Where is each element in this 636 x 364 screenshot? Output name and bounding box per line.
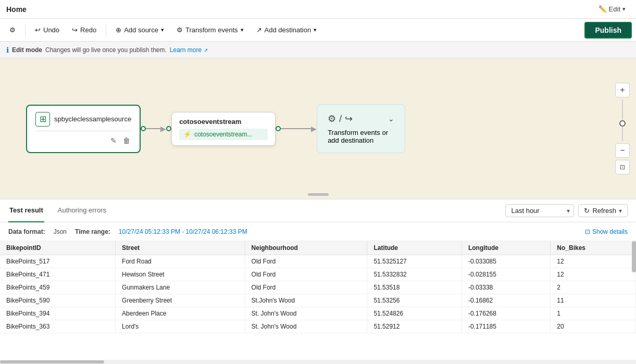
col-street: Street: [116, 241, 245, 255]
table-cell: 51.524826: [367, 307, 462, 320]
data-table-wrapper[interactable]: BikepointID Street Neighbourhood Latitud…: [0, 241, 636, 360]
delete-node-button[interactable]: 🗑: [122, 135, 131, 146]
stream-node[interactable]: cotosoeventstream ⚡ cotosoeventstream...: [171, 112, 276, 146]
stream-item-label: cotosoeventstream...: [194, 131, 252, 138]
table-cell: BikePoints_471: [0, 268, 116, 281]
toolbar-divider-1: [25, 24, 26, 36]
publish-button[interactable]: Publish: [584, 22, 632, 39]
edit-icon: ✏️: [598, 5, 607, 13]
undo-icon: ↩: [35, 26, 41, 34]
table-cell: Gunmakers Lane: [116, 281, 245, 294]
stream-item-icon: ⚡: [183, 131, 191, 138]
table-cell: BikePoints_590: [0, 294, 116, 307]
table-cell: 2: [551, 281, 636, 294]
zoom-out-button[interactable]: −: [615, 143, 630, 158]
transform-node-icons: ⚙ / ↪: [328, 113, 353, 124]
connector-line-1: [146, 128, 161, 129]
toolbar-divider-2: [106, 24, 106, 36]
table-row: BikePoints_394Aberdeen PlaceSt. John's W…: [0, 307, 636, 320]
tab-authoring-errors[interactable]: Authoring errors: [57, 199, 107, 222]
edit-chevron-icon: ▾: [622, 6, 626, 12]
add-dest-chevron-icon: ▾: [314, 27, 317, 33]
time-select-wrapper: Last 15 minutes Last 30 minutes Last hou…: [505, 204, 574, 217]
table-cell: 12: [551, 255, 636, 268]
horizontal-scrollbar[interactable]: [0, 360, 636, 364]
table-cell: 51.53256: [367, 294, 462, 307]
table-cell: Old Ford: [245, 281, 367, 294]
add-destination-button[interactable]: ↗ Add destination ▾: [251, 24, 322, 36]
transform-node-chevron[interactable]: ⌄: [388, 115, 394, 123]
table-row: BikePoints_590Greenberry StreetSt.John's…: [0, 294, 636, 307]
table-cell: -0.03338: [462, 281, 550, 294]
input-connector-dot: [166, 126, 171, 131]
transform-events-button[interactable]: ⚙ Transform events ▾: [171, 24, 249, 36]
edit-node-button[interactable]: ✎: [109, 135, 118, 146]
transform-slash: /: [339, 114, 342, 124]
redo-button[interactable]: ↪ Redo: [67, 24, 102, 36]
source-node[interactable]: ⊞ spbycleclessamplesource ✎ 🗑: [26, 105, 141, 153]
table-cell: BikePoints_459: [0, 281, 116, 294]
table-cell: 12: [551, 268, 636, 281]
learn-more-link[interactable]: Learn more ↗: [170, 46, 208, 54]
time-range-value: 10/27/24 05:12:33 PM - 10/27/24 06:12:33…: [119, 228, 247, 235]
title-bar: Home ✏️ Edit ▾: [0, 0, 636, 19]
table-cell: Ford Road: [116, 255, 245, 268]
h-scroll-thumb[interactable]: [0, 360, 104, 363]
col-bikepointid: BikepointID: [0, 241, 116, 255]
table-cell: 1: [551, 307, 636, 320]
add-source-icon: ⊕: [116, 26, 121, 34]
transform-node[interactable]: ⚙ / ↪ ⌄ Transform events or add destinat…: [317, 104, 405, 153]
tabs-bar: Test result Authoring errors Last 15 min…: [0, 199, 636, 222]
table-header-row: BikepointID Street Neighbourhood Latitud…: [0, 241, 636, 255]
table-cell: -0.028155: [462, 268, 550, 281]
table-cell: BikePoints_394: [0, 307, 116, 320]
table-cell: Hewison Street: [116, 268, 245, 281]
table-cell: St. John's Wood: [245, 320, 367, 333]
scrollbar-thumb[interactable]: [632, 241, 636, 272]
connector-line-2: [281, 128, 312, 129]
refresh-icon: ↻: [584, 207, 590, 215]
transform-icon: ⚙: [177, 26, 183, 34]
redo-icon: ↪: [72, 26, 78, 34]
zoom-in-button[interactable]: +: [615, 83, 630, 97]
toolbar: ⚙ ↩ Undo ↪ Redo ⊕ Add source ▾ ⚙ Transfo…: [0, 19, 636, 42]
col-neighbourhood: Neighbourhood: [245, 241, 367, 255]
table-cell: -0.033085: [462, 255, 550, 268]
gear-button[interactable]: ⚙: [4, 24, 21, 36]
undo-button[interactable]: ↩ Undo: [30, 24, 65, 36]
zoom-slider[interactable]: [622, 99, 623, 141]
time-select[interactable]: Last 15 minutes Last 30 minutes Last hou…: [505, 204, 574, 217]
zoom-fit-button[interactable]: ⊡: [615, 160, 630, 174]
data-format-label: Data format:: [8, 228, 45, 235]
transform-chevron-icon: ▾: [241, 27, 244, 33]
table-cell: BikePoints_517: [0, 255, 116, 268]
transform-node-label: Transform events or add destination: [328, 129, 388, 144]
data-table: BikepointID Street Neighbourhood Latitud…: [0, 241, 636, 333]
tab-test-result[interactable]: Test result: [8, 199, 44, 222]
canvas: ⊞ spbycleclessamplesource ✎ 🗑 ▶ cotosoev…: [0, 58, 636, 199]
add-source-button[interactable]: ⊕ Add source ▾: [110, 24, 169, 36]
col-no-bikes: No_Bikes: [551, 241, 636, 255]
canvas-scroll-indicator: [308, 193, 329, 196]
refresh-button[interactable]: ↻ Refresh ▾: [578, 204, 628, 217]
table-cell: St. John's Wood: [245, 307, 367, 320]
show-details-icon: ⊡: [585, 228, 590, 235]
node-actions: ✎ 🗑: [35, 131, 131, 146]
edit-button[interactable]: ✏️ Edit ▾: [594, 3, 630, 15]
source-node-label: spbycleclessamplesource: [54, 115, 131, 123]
col-latitude: Latitude: [367, 241, 462, 255]
table-cell: St.John's Wood: [245, 294, 367, 307]
source-node-icon: ⊞: [35, 112, 50, 127]
transform-dest-icon: ↪: [345, 113, 353, 124]
home-title: Home: [6, 5, 27, 14]
bottom-panel: Test result Authoring errors Last 15 min…: [0, 199, 636, 364]
output-connector-dot-2: [276, 126, 281, 131]
show-details-button[interactable]: ⊡ Show details: [585, 228, 628, 235]
external-link-icon: ↗: [204, 47, 208, 53]
table-cell: 51.5325127: [367, 255, 462, 268]
table-cell: -0.16862: [462, 294, 550, 307]
table-row: BikePoints_363Lord'sSt. John's Wood51.52…: [0, 320, 636, 333]
data-info-bar: Data format: Json Time range: 10/27/24 0…: [0, 222, 636, 241]
table-row: BikePoints_517Ford RoadOld Ford51.532512…: [0, 255, 636, 268]
output-connector-dot: [141, 126, 146, 131]
